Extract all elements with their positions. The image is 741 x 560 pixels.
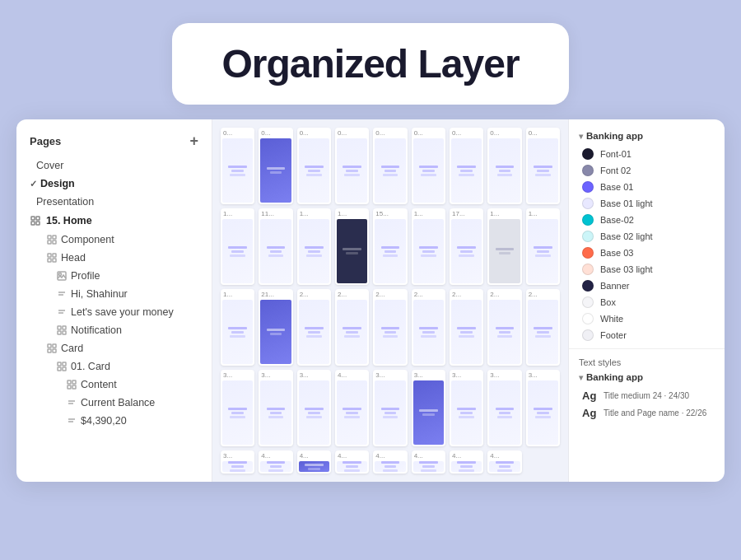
svg-rect-23 xyxy=(53,344,56,348)
sidebar-item-design[interactable]: ✓ Design xyxy=(16,175,212,193)
color-name: Font-01 xyxy=(600,149,631,159)
sidebar-item-current-balance[interactable]: Current Balance xyxy=(16,394,212,412)
frame-thumb[interactable]: 1... xyxy=(221,289,254,366)
frame-thumb[interactable]: 4... xyxy=(259,450,292,474)
design-label: Design xyxy=(40,178,75,189)
sidebar-item-notification[interactable]: Notification xyxy=(16,321,212,339)
frame-thumb[interactable]: 3... xyxy=(259,370,292,446)
frame-thumb[interactable]: 2... xyxy=(297,289,331,366)
section-home[interactable]: 15. Home xyxy=(16,211,212,231)
sidebar-item-cover[interactable]: Cover xyxy=(16,156,212,175)
text-styles-section: ▾ Banking app xyxy=(569,369,725,387)
frame-thumb[interactable]: 0... xyxy=(297,128,331,204)
color-item[interactable]: Base 01 xyxy=(569,179,725,195)
frame-thumb[interactable]: 3... xyxy=(412,370,445,446)
frame-thumb[interactable]: 4... xyxy=(450,450,483,474)
color-item[interactable]: Font-01 xyxy=(569,146,725,162)
frame-label: 2... xyxy=(412,289,445,298)
frame-thumb[interactable]: 2... xyxy=(412,289,445,366)
add-page-button[interactable]: + xyxy=(189,133,198,150)
text-styles-header: Text styles xyxy=(569,354,725,369)
frame-label: 4... xyxy=(335,370,369,379)
divider xyxy=(569,348,725,349)
frame-thumb[interactable]: 0... xyxy=(221,128,254,204)
frame-label: 2... xyxy=(373,289,407,298)
sidebar-item-hi-shahinur[interactable]: Hi, Shahinur xyxy=(16,285,212,303)
color-name: White xyxy=(600,314,623,324)
frame-thumb[interactable]: 0... xyxy=(259,128,292,204)
frame-thumb[interactable]: 1... xyxy=(297,208,331,285)
color-item[interactable]: Base 03 xyxy=(569,245,725,261)
cover-label: Cover xyxy=(36,160,63,171)
color-item[interactable]: Base 03 light xyxy=(569,261,725,278)
frame-thumb[interactable]: 1... xyxy=(412,208,445,285)
sidebar-item-head[interactable]: Head xyxy=(16,249,212,267)
frame-thumb[interactable]: 0... xyxy=(526,128,560,204)
frame-thumb[interactable]: 2... xyxy=(335,289,369,366)
frame-thumb[interactable]: 0... xyxy=(335,128,369,204)
frame-thumb[interactable]: 0... xyxy=(450,128,483,204)
image-icon-profile xyxy=(56,270,68,282)
frame-label: 0... xyxy=(450,128,483,137)
color-item[interactable]: Box xyxy=(569,294,725,310)
frame-thumb[interactable]: 4... xyxy=(487,450,521,474)
frame-thumb[interactable]: 2... xyxy=(373,289,407,366)
frame-thumb[interactable]: 0... xyxy=(373,128,407,204)
frame-label: 3... xyxy=(450,370,483,379)
page-title: Organized Layer xyxy=(221,41,519,86)
frame-thumb[interactable]: 3... xyxy=(221,370,254,446)
svg-rect-29 xyxy=(63,367,66,371)
canvas-area: 0... 0... 0... 0... xyxy=(212,119,568,482)
frame-thumb[interactable]: 3... xyxy=(526,370,560,446)
sidebar-item-presentation[interactable]: Presentation xyxy=(16,193,212,211)
text-style-item[interactable]: Ag Title and Page name · 22/26 xyxy=(569,404,725,422)
frame-thumb[interactable]: 1... xyxy=(526,208,560,285)
sidebar-header: Pages + xyxy=(16,129,212,156)
frame-label: 2... xyxy=(526,289,560,298)
color-item[interactable]: Footer xyxy=(569,327,725,343)
frame-thumb[interactable]: 4... xyxy=(335,450,369,474)
sidebar-item-component[interactable]: Component xyxy=(16,231,212,249)
color-item[interactable]: Banner xyxy=(569,278,725,294)
frame-thumb[interactable]: 2... xyxy=(526,289,560,366)
frame-label: 2... xyxy=(297,289,331,298)
frame-thumb[interactable]: 3... xyxy=(487,370,521,446)
frame-thumb[interactable]: 3... xyxy=(221,450,254,474)
frame-thumb[interactable]: 4... xyxy=(412,450,445,474)
sidebar-item-profile[interactable]: Profile xyxy=(16,267,212,285)
sidebar-item-01card[interactable]: 01. Card xyxy=(16,357,212,376)
frame-label: 3... xyxy=(487,370,521,379)
frame-thumb[interactable]: 0... xyxy=(412,128,445,204)
frame-thumb[interactable]: 4... xyxy=(335,370,369,446)
frame-label: 4... xyxy=(259,450,292,460)
frame-thumb[interactable]: 3... xyxy=(450,370,483,446)
frame-thumb[interactable]: 2... xyxy=(487,289,521,366)
sidebar-item-card[interactable]: Card xyxy=(16,339,212,357)
frame-thumb[interactable]: 11... xyxy=(259,208,292,285)
sidebar-item-amount[interactable]: $4,390,20 xyxy=(16,412,212,430)
frame-thumb[interactable]: 0... xyxy=(487,128,521,204)
frame-thumb[interactable]: 4... xyxy=(297,450,331,474)
frame-label: 0... xyxy=(373,128,407,137)
sidebar-item-lets-save[interactable]: Let's save your money xyxy=(16,303,212,321)
color-item[interactable]: Font 02 xyxy=(569,162,725,179)
frame-thumb[interactable]: 4... xyxy=(373,450,407,474)
frame-thumb[interactable]: 2... xyxy=(450,289,483,366)
frame-thumb[interactable]: 1... xyxy=(487,208,521,285)
color-item[interactable]: White xyxy=(569,310,725,327)
color-item[interactable]: Base 01 light xyxy=(569,195,725,212)
sidebar-item-content[interactable]: Content xyxy=(16,376,212,394)
frame-thumb[interactable]: 1... xyxy=(221,208,254,285)
frame-thumb[interactable]: 21... xyxy=(259,289,292,366)
color-name: Banner xyxy=(600,281,629,291)
frame-thumb[interactable]: 1... xyxy=(335,208,369,285)
frame-label: 0... xyxy=(335,128,369,137)
frame-thumb[interactable]: 3... xyxy=(373,370,407,446)
color-item[interactable]: Base 02 light xyxy=(569,228,725,245)
frame-thumb[interactable]: 17... xyxy=(450,208,483,285)
frame-thumb[interactable]: 3... xyxy=(297,370,331,446)
frame-thumb[interactable]: 15... xyxy=(373,208,407,285)
text-style-item[interactable]: Ag Title medium 24 · 24/30 xyxy=(569,387,725,404)
color-item[interactable]: Base-02 xyxy=(569,212,725,228)
frame-label: 1... xyxy=(297,208,331,217)
